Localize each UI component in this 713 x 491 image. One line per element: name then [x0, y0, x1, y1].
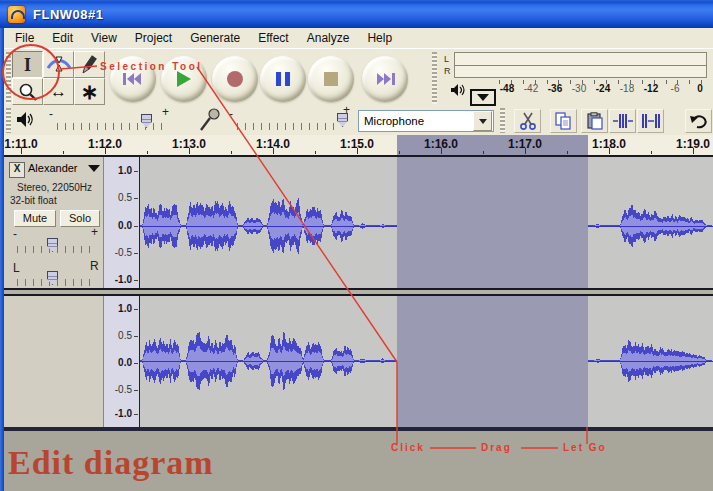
skip-to-start-icon — [122, 71, 144, 87]
scale-value: 1.0 — [118, 303, 132, 314]
letgo-annotation: Let Go — [563, 442, 607, 453]
menu-effect[interactable]: Effect — [249, 29, 297, 48]
meter-toolbar-grip[interactable] — [432, 52, 437, 104]
scale-value: 1.0 — [118, 165, 132, 176]
play-icon — [175, 70, 193, 88]
down-arrow-icon — [479, 119, 487, 124]
mixer-toolbar-grip[interactable] — [6, 108, 11, 133]
record-button[interactable] — [212, 56, 258, 102]
scale-value: -0.5 — [115, 247, 132, 258]
scale-value: 0.5 — [118, 192, 132, 203]
mute-button[interactable]: Mute — [14, 210, 56, 227]
track-format: Stereo, 22050Hz — [17, 182, 92, 193]
meter-scale-value: 0 — [687, 83, 713, 94]
stop-button[interactable] — [308, 56, 354, 102]
pause-button[interactable] — [260, 56, 306, 102]
menu-help[interactable]: Help — [358, 29, 401, 48]
selection-region — [397, 157, 588, 288]
menu-analyze[interactable]: Analyze — [298, 29, 359, 48]
menu-generate[interactable]: Generate — [181, 29, 249, 48]
meter-scale-value: -42 — [518, 83, 544, 94]
scale-value: -1.0 — [115, 274, 132, 285]
envelope-tool-button[interactable] — [43, 51, 74, 78]
input-source-value: Microphone — [364, 115, 473, 127]
trim-button[interactable] — [609, 109, 636, 133]
edit-diagram-caption: Edit diagram — [8, 444, 214, 482]
waveform-right-channel[interactable] — [140, 296, 713, 427]
channel-divider[interactable] — [4, 288, 713, 296]
meter-scale-value: -12 — [638, 83, 664, 94]
pause-icon — [274, 70, 292, 88]
audacity-window: FLNW08#1 File Edit View Project Generate… — [0, 0, 713, 491]
skip-to-end-button[interactable] — [362, 56, 408, 102]
output-level-meter[interactable] — [454, 52, 707, 78]
down-arrow-icon — [477, 94, 489, 101]
meter-scale-value: -48 — [494, 83, 520, 94]
silence-icon — [641, 112, 661, 130]
window-title: FLNW08#1 — [33, 7, 103, 22]
output-volume-max: + — [162, 106, 169, 118]
tools-toolbar-grip[interactable] — [6, 52, 11, 104]
gain-max-label: + — [91, 226, 98, 238]
track-name[interactable]: Alexander — [28, 162, 78, 174]
input-source-dropdown-button[interactable] — [473, 111, 492, 131]
copy-icon — [554, 112, 573, 130]
meter-divider — [455, 65, 706, 66]
pan-left-label: L — [13, 262, 20, 274]
menu-project[interactable]: Project — [126, 29, 181, 48]
silence-button[interactable] — [637, 109, 664, 133]
menu-edit[interactable]: Edit — [43, 29, 82, 48]
undo-icon — [689, 112, 709, 130]
scale-value: 0.0 — [118, 220, 132, 231]
input-volume-min: - — [229, 108, 233, 120]
zoom-tool-button[interactable] — [12, 78, 43, 105]
input-source-dropdown[interactable]: Microphone — [358, 110, 494, 132]
meter-scale-value: -30 — [566, 83, 592, 94]
copy-button[interactable] — [550, 109, 577, 133]
meter-speaker-icon — [450, 83, 466, 97]
selection-region — [397, 296, 588, 427]
audacity-logo-icon — [8, 6, 25, 23]
cut-button[interactable] — [514, 109, 541, 133]
time-shift-tool-icon: ↔ — [50, 83, 67, 100]
record-icon — [226, 70, 244, 88]
meter-scale-value: -6 — [662, 83, 688, 94]
trim-icon — [613, 112, 633, 130]
selection-tool-button[interactable]: I — [12, 51, 43, 78]
waveform-left-channel[interactable] — [140, 157, 713, 288]
meter-menu-button[interactable] — [470, 89, 496, 106]
input-mic-icon — [198, 107, 222, 133]
input-volume-slider[interactable] — [237, 123, 341, 130]
ruler-label: 1:11.0 — [4, 137, 45, 151]
timeline-ruler[interactable]: 1:11.0 1:12.0 1:13.0 1:14.0 1:15.0 1:16.… — [4, 135, 713, 156]
meter-scale-value: -36 — [542, 83, 568, 94]
cut-icon — [519, 112, 537, 130]
paste-icon — [586, 112, 604, 130]
drag-annotation: Drag — [481, 442, 512, 453]
skip-to-end-icon — [374, 71, 396, 87]
undo-button[interactable] — [685, 109, 712, 133]
scale-value: -0.5 — [115, 384, 132, 395]
track-bottom-border — [4, 427, 713, 431]
zoom-tool-icon — [18, 82, 38, 102]
output-speaker-icon — [16, 111, 36, 128]
meter-left-label: L — [444, 55, 449, 64]
menu-view[interactable]: View — [82, 29, 126, 48]
ruler-label: 1:19.0 — [669, 137, 713, 151]
scale-value: 0.0 — [118, 357, 132, 368]
meter-right-label: R — [444, 67, 451, 76]
multi-tool-button[interactable]: ∗ — [74, 78, 105, 105]
multi-tool-icon: ∗ — [81, 81, 99, 102]
edit-toolbar-grip[interactable] — [500, 108, 505, 133]
track-bitdepth: 32-bit float — [10, 195, 57, 206]
selection-tool-icon: I — [24, 56, 31, 74]
scale-value: 0.5 — [118, 330, 132, 341]
title-bar[interactable]: FLNW08#1 — [0, 0, 713, 28]
paste-button[interactable] — [581, 109, 608, 133]
gain-min-label: - — [13, 228, 17, 240]
menu-bar: File Edit View Project Generate Effect A… — [4, 28, 713, 49]
track-menu-arrow-icon[interactable] — [88, 165, 100, 172]
menu-file[interactable]: File — [6, 29, 43, 48]
track-close-button[interactable]: X — [9, 162, 25, 178]
time-shift-tool-button[interactable]: ↔ — [43, 78, 74, 105]
